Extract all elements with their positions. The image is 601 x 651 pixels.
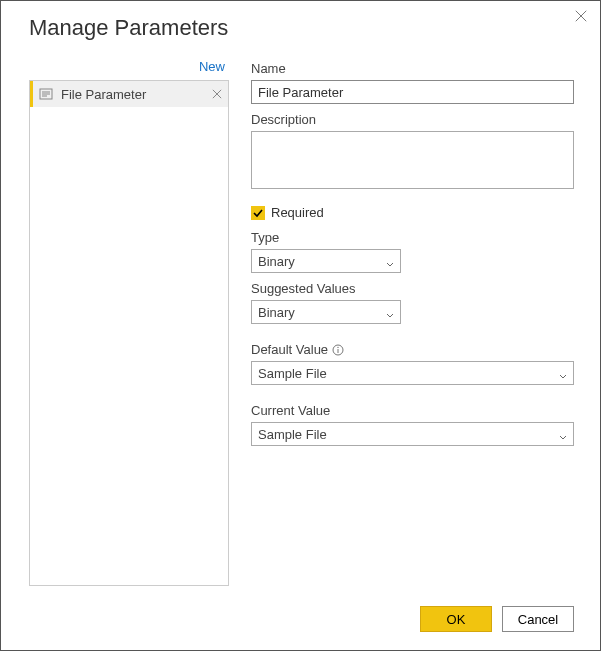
new-parameter-link[interactable]: New (29, 57, 229, 80)
suggested-values-label: Suggested Values (251, 281, 574, 296)
required-row: Required (251, 205, 574, 220)
ok-button[interactable]: OK (420, 606, 492, 632)
type-label: Type (251, 230, 574, 245)
dialog-title: Manage Parameters (1, 1, 600, 41)
dialog-body: New File Parameter Name Description (1, 41, 600, 596)
current-value-label: Current Value (251, 403, 574, 418)
parameter-list: File Parameter (29, 80, 229, 586)
type-value: Binary (258, 254, 295, 269)
delete-parameter-icon[interactable] (212, 86, 222, 102)
default-value-value: Sample File (258, 366, 327, 381)
dialog-footer: OK Cancel (1, 596, 600, 650)
parameter-form: Name Description Required Type Binary Su… (251, 57, 574, 586)
description-field[interactable] (251, 131, 574, 189)
chevron-down-icon (386, 308, 394, 316)
suggested-values-value: Binary (258, 305, 295, 320)
type-select[interactable]: Binary (251, 249, 401, 273)
svg-point-6 (337, 346, 338, 347)
parameter-item-label: File Parameter (61, 87, 204, 102)
name-label: Name (251, 61, 574, 76)
parameter-list-item[interactable]: File Parameter (30, 81, 228, 107)
close-icon[interactable] (574, 9, 588, 27)
required-checkbox[interactable] (251, 206, 265, 220)
chevron-down-icon (559, 430, 567, 438)
sidebar: New File Parameter (29, 57, 229, 586)
default-value-label: Default Value (251, 342, 574, 357)
current-value-select[interactable]: Sample File (251, 422, 574, 446)
parameter-icon (39, 87, 53, 101)
description-label: Description (251, 112, 574, 127)
default-value-select[interactable]: Sample File (251, 361, 574, 385)
info-icon[interactable] (332, 344, 344, 356)
chevron-down-icon (386, 257, 394, 265)
cancel-button[interactable]: Cancel (502, 606, 574, 632)
current-value-value: Sample File (258, 427, 327, 442)
manage-parameters-dialog: Manage Parameters New File Parameter Nam… (0, 0, 601, 651)
name-field[interactable] (251, 80, 574, 104)
chevron-down-icon (559, 369, 567, 377)
suggested-values-select[interactable]: Binary (251, 300, 401, 324)
required-label: Required (271, 205, 324, 220)
